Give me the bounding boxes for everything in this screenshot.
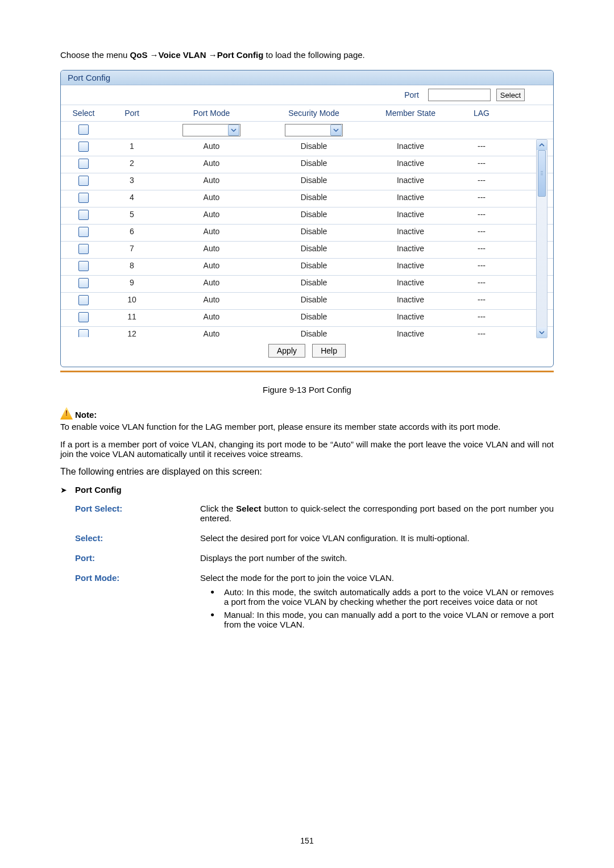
cell-member-state: Inactive	[362, 327, 459, 337]
cell-port-mode: Auto	[157, 156, 265, 173]
row-checkbox[interactable]	[78, 227, 89, 237]
term-port-mode: Port Mode:	[75, 573, 192, 633]
term-select: Select:	[75, 533, 192, 543]
table-row: 8AutoDisableInactive---	[61, 259, 553, 276]
cell-security-mode: Disable	[265, 276, 362, 292]
bullet-auto: Auto: In this mode, the switch automatic…	[210, 587, 554, 607]
row-checkbox[interactable]	[78, 176, 89, 186]
cell-security-mode: Disable	[265, 225, 362, 241]
port-mode-dropdown[interactable]	[182, 124, 240, 136]
quick-select-button[interactable]: Select	[496, 89, 525, 101]
cell-lag: ---	[459, 156, 504, 173]
row-checkbox[interactable]	[78, 244, 89, 254]
cell-member-state: Inactive	[362, 242, 459, 258]
cell-port: 11	[106, 310, 157, 326]
cell-lag: ---	[459, 190, 504, 207]
cell-member-state: Inactive	[362, 139, 459, 156]
note-paragraph-1: To enable voice VLAN function for the LA…	[60, 422, 554, 431]
cell-security-mode: Disable	[265, 207, 362, 224]
figure-caption: Figure 9-13 Port Config	[60, 385, 554, 394]
cell-security-mode: Disable	[265, 293, 362, 309]
cell-port-mode: Auto	[157, 259, 265, 275]
quick-select-toolbar: Select Port	[61, 85, 553, 105]
row-checkbox[interactable]	[78, 312, 89, 322]
cell-port: 3	[106, 173, 157, 190]
cell-member-state: Inactive	[362, 190, 459, 207]
col-port-mode: Port Mode	[157, 105, 265, 121]
scroll-up-button[interactable]	[537, 140, 547, 150]
cell-lag: ---	[459, 139, 504, 156]
row-checkbox[interactable]	[78, 142, 89, 152]
apply-button[interactable]: Apply	[268, 344, 305, 358]
row-checkbox[interactable]	[78, 193, 89, 203]
cell-security-mode: Disable	[265, 327, 362, 337]
cell-member-state: Inactive	[362, 259, 459, 275]
col-security-mode: Security Mode	[265, 105, 362, 121]
entries-intro: The following entries are displayed on t…	[60, 467, 554, 477]
body-port: Displays the port number of the switch.	[200, 553, 554, 563]
cell-port: 4	[106, 190, 157, 207]
chevron-down-icon	[228, 124, 239, 136]
table-row: 3AutoDisableInactive---	[61, 173, 553, 190]
security-mode-dropdown[interactable]	[285, 124, 343, 136]
cell-port: 8	[106, 259, 157, 275]
col-port: Port	[106, 105, 157, 121]
col-select: Select	[61, 105, 106, 121]
scrollbar[interactable]	[536, 139, 547, 338]
row-checkbox[interactable]	[78, 159, 89, 169]
table-row: 7AutoDisableInactive---	[61, 242, 553, 259]
cell-member-state: Inactive	[362, 156, 459, 173]
cell-port: 2	[106, 156, 157, 173]
cell-security-mode: Disable	[265, 310, 362, 326]
scroll-thumb[interactable]	[538, 150, 546, 197]
def-port-mode: Port Mode: Select the mode for the port …	[75, 573, 554, 633]
note-heading: Note:	[60, 407, 554, 420]
chevron-down-icon	[330, 124, 342, 136]
row-checkbox[interactable]	[78, 278, 89, 288]
row-checkbox[interactable]	[78, 329, 89, 337]
intro-prefix: Choose the menu	[60, 50, 130, 60]
cell-port: 9	[106, 276, 157, 292]
section-header: ➤ Port Config	[60, 485, 554, 495]
scroll-track[interactable]	[537, 150, 547, 327]
row-checkbox[interactable]	[78, 261, 89, 271]
term-port-select: Port Select:	[75, 504, 192, 523]
table-row: 4AutoDisableInactive---	[61, 190, 553, 207]
cell-port-mode: Auto	[157, 190, 265, 207]
cell-port-mode: Auto	[157, 293, 265, 309]
term-port: Port:	[75, 553, 192, 563]
warning-icon	[60, 407, 73, 420]
col-lag: LAG	[459, 105, 504, 121]
help-button[interactable]: Help	[312, 344, 346, 358]
cell-member-state: Inactive	[362, 207, 459, 224]
def-port-select: Port Select: Click the Select button to …	[75, 504, 554, 523]
cell-security-mode: Disable	[265, 242, 362, 258]
cell-member-state: Inactive	[362, 310, 459, 326]
cell-lag: ---	[459, 242, 504, 258]
select-all-checkbox[interactable]	[78, 124, 89, 135]
panel-title: Port Config	[61, 70, 553, 85]
port-number-input[interactable]	[428, 89, 491, 101]
port-config-panel: Port Config Select Port Select Port Port…	[60, 70, 554, 367]
cell-security-mode: Disable	[265, 156, 362, 173]
cell-port: 10	[106, 293, 157, 309]
cell-port: 7	[106, 242, 157, 258]
body-select: Select the desired port for voice VLAN c…	[200, 533, 554, 543]
divider	[60, 371, 554, 372]
cell-port: 1	[106, 139, 157, 156]
row-checkbox[interactable]	[78, 210, 89, 220]
row-checkbox[interactable]	[78, 295, 89, 305]
cell-member-state: Inactive	[362, 225, 459, 241]
def-select: Select: Select the desired port for voic…	[75, 533, 554, 543]
section-title: Port Config	[75, 485, 122, 495]
cell-security-mode: Disable	[265, 190, 362, 207]
table-row: 1AutoDisableInactive---	[61, 139, 553, 156]
col-member-state: Member State	[362, 105, 459, 121]
chevron-right-icon: ➤	[60, 485, 67, 495]
cell-port-mode: Auto	[157, 207, 265, 224]
cell-security-mode: Disable	[265, 139, 362, 156]
cell-port: 6	[106, 225, 157, 241]
scroll-down-button[interactable]	[537, 327, 547, 338]
table-row: 2AutoDisableInactive---	[61, 156, 553, 173]
cell-lag: ---	[459, 327, 504, 337]
